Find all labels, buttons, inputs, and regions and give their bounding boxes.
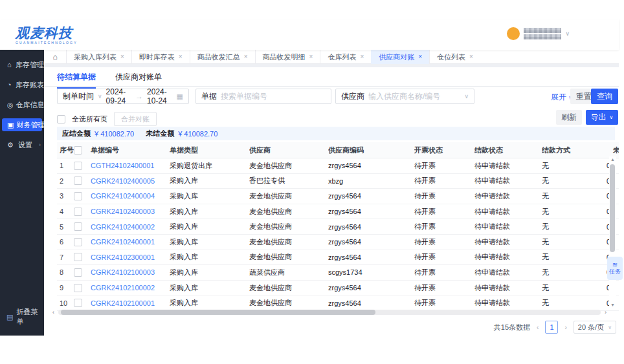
date-range-filter[interactable]: 制单时间 ∨ 2024-09-24 → 2024-10-24 ▦ bbox=[57, 89, 189, 104]
vertical-scrollbar-track[interactable] bbox=[609, 163, 616, 302]
page-tab[interactable]: 仓库列表 × bbox=[320, 50, 371, 64]
row-index: 6 bbox=[57, 238, 74, 246]
page-tab[interactable]: 供应商对账 × bbox=[371, 50, 429, 64]
row-checkbox[interactable] bbox=[74, 192, 82, 200]
settle-status: 待申请结款 bbox=[474, 252, 542, 262]
document-code-link[interactable]: CGRK24102100001 bbox=[91, 299, 170, 307]
row-checkbox[interactable] bbox=[74, 208, 82, 216]
vertical-scrollbar-thumb[interactable] bbox=[610, 164, 615, 252]
collapse-menu-button[interactable]: ▤ 折叠菜单 bbox=[6, 307, 44, 327]
document-code-link[interactable]: CGRK24102300001 bbox=[91, 253, 170, 261]
document-code-link[interactable]: CGRK24102100002 bbox=[91, 284, 170, 292]
document-code-link[interactable]: CGTH24102400001 bbox=[91, 162, 170, 169]
date-filter-label[interactable]: 制单时间 bbox=[63, 91, 94, 102]
sidebar-item[interactable]: ◔ 库存账表 › bbox=[0, 78, 44, 91]
row-checkbox[interactable] bbox=[74, 177, 82, 185]
row-checkbox[interactable] bbox=[74, 238, 82, 246]
page-size-select[interactable]: 20 条/页 ∨ bbox=[574, 321, 616, 334]
invoice-status: 待开票 bbox=[414, 283, 474, 293]
hscroll-right-arrow[interactable]: › bbox=[605, 309, 607, 316]
date-to-value[interactable]: 2024-10-24 bbox=[147, 87, 173, 105]
vscroll-up-arrow[interactable]: ▲ bbox=[610, 156, 615, 163]
prev-page-arrow[interactable]: ‹ bbox=[537, 324, 539, 331]
reconcile-table: 序号 单据编号 单据类型 供应商 供应商编码 开票状态 结款状态 结款方式 未结… bbox=[57, 142, 619, 311]
document-code-link[interactable]: CGRK24102400001 bbox=[91, 238, 170, 246]
close-icon[interactable]: × bbox=[244, 50, 248, 64]
invoice-status: 待开票 bbox=[414, 207, 474, 217]
page-number[interactable]: 1 bbox=[545, 321, 558, 334]
user-menu[interactable]: ∨ bbox=[507, 27, 570, 40]
horizontal-scrollbar[interactable] bbox=[58, 310, 601, 315]
expand-filters-link[interactable]: 展开 ∨ bbox=[551, 92, 573, 103]
supplier-name: 麦金地供应商 bbox=[249, 298, 328, 308]
supplier-code: xbzg bbox=[328, 177, 414, 185]
row-checkbox[interactable] bbox=[74, 284, 82, 292]
refresh-button[interactable]: 刷新 bbox=[556, 110, 582, 125]
date-from-value[interactable]: 2024-09-24 bbox=[106, 87, 132, 105]
row-checkbox[interactable] bbox=[74, 162, 82, 170]
sidebar-item[interactable]: ⌂ 库存管理 › bbox=[0, 58, 44, 71]
subtab[interactable]: 供应商对账单 bbox=[115, 72, 162, 89]
page-tab-label: 仓位列表 bbox=[437, 50, 465, 64]
close-icon[interactable]: × bbox=[418, 50, 422, 64]
subtab-label: 供应商对账单 bbox=[115, 72, 162, 81]
horizontal-scrollbar-thumb[interactable] bbox=[61, 310, 375, 315]
close-icon[interactable]: × bbox=[120, 50, 124, 64]
page-tab[interactable]: 商品收发明细 × bbox=[255, 50, 320, 64]
row-index: 2 bbox=[57, 177, 74, 185]
hscroll-left-arrow[interactable]: ‹ bbox=[52, 309, 54, 316]
subtabs: 待结算单据 供应商对账单 bbox=[57, 72, 162, 89]
row-checkbox[interactable] bbox=[74, 299, 82, 307]
table-row: 1 CGTH24102400001 采购退货出库 麦金地供应商 zrgys456… bbox=[57, 158, 619, 174]
document-code-link[interactable]: CGRK24102400005 bbox=[91, 177, 170, 185]
sidebar-item-label: 财务管理 bbox=[16, 120, 45, 130]
main-panel: 待结算单据 供应商对账单 制单时间 ∨ 2024-09-24 → 2024-10… bbox=[44, 67, 619, 336]
sidebar-item[interactable]: ▣ 财务管理 › bbox=[2, 118, 42, 131]
page-tab[interactable]: 商品收发汇总 × bbox=[190, 50, 255, 64]
merge-reconcile-button[interactable]: 合并对账 bbox=[114, 112, 157, 126]
due-amount-value: ¥ 410082.70 bbox=[95, 130, 134, 138]
vscroll-down-arrow[interactable]: ▼ bbox=[610, 302, 615, 308]
settle-method: 无 bbox=[542, 283, 607, 293]
row-checkbox[interactable] bbox=[74, 268, 82, 277]
supplier-search-input[interactable] bbox=[368, 92, 460, 101]
row-checkbox[interactable] bbox=[74, 222, 82, 231]
task-float-button[interactable]: ≋ 任务 bbox=[607, 257, 623, 280]
table-row: 8 CGRK24102100003 采购入库 蔬菜供应商 scgys1734 待… bbox=[57, 265, 619, 281]
brand-logo-cn: 观麦科技 bbox=[16, 24, 78, 42]
search-button[interactable]: 查询 bbox=[591, 89, 618, 104]
page-tab[interactable]: 即时库存表 × bbox=[131, 50, 190, 64]
document-code-link[interactable]: CGRK24102100003 bbox=[91, 268, 170, 276]
sidebar-item[interactable]: ⚙ 设置 › bbox=[0, 138, 44, 151]
close-icon[interactable]: × bbox=[469, 50, 473, 64]
col-checkbox bbox=[74, 146, 91, 155]
page-tab[interactable]: 采购入库列表 × bbox=[66, 50, 131, 64]
document-code-link[interactable]: CGRK24102400002 bbox=[91, 223, 170, 231]
home-tab[interactable]: ⌂ bbox=[44, 52, 66, 61]
document-code-link[interactable]: CGRK24102400003 bbox=[91, 208, 170, 215]
sidebar-item[interactable]: ◎ 仓库信息 › bbox=[0, 98, 44, 111]
next-page-arrow[interactable]: › bbox=[564, 324, 566, 331]
total-count: 共15条数据 bbox=[494, 323, 530, 332]
subtab[interactable]: 待结算单据 bbox=[57, 72, 96, 89]
header-checkbox[interactable] bbox=[74, 146, 82, 155]
export-button[interactable]: 导出 ∨ bbox=[586, 110, 618, 125]
settle-status: 待申请结款 bbox=[474, 191, 542, 201]
document-code-link[interactable]: CGRK24102400004 bbox=[91, 192, 170, 200]
close-icon[interactable]: × bbox=[360, 50, 364, 64]
avatar[interactable] bbox=[507, 27, 520, 40]
vertical-scrollbar[interactable]: ▲ ▼ bbox=[609, 156, 616, 308]
document-search-filter[interactable]: 单据 bbox=[195, 89, 331, 104]
close-icon[interactable]: × bbox=[309, 50, 313, 64]
warehouse-icon: ◎ bbox=[7, 101, 14, 109]
row-checkbox[interactable] bbox=[74, 253, 82, 261]
select-all-checkbox[interactable] bbox=[57, 115, 65, 123]
calendar-icon[interactable]: ▦ bbox=[177, 92, 183, 101]
document-type: 采购入库 bbox=[170, 191, 249, 201]
row-checkbox-cell bbox=[74, 284, 91, 292]
page-tab[interactable]: 仓位列表 × bbox=[429, 50, 480, 64]
open-tabs-bar: ⌂ 采购入库列表 × 即时库存表 × 商品收发汇总 × 商品收发明细 × 仓库列… bbox=[44, 50, 619, 64]
supplier-filter[interactable]: 供应商 ∨ bbox=[335, 89, 474, 104]
close-icon[interactable]: × bbox=[179, 50, 183, 64]
document-search-input[interactable] bbox=[221, 92, 326, 101]
